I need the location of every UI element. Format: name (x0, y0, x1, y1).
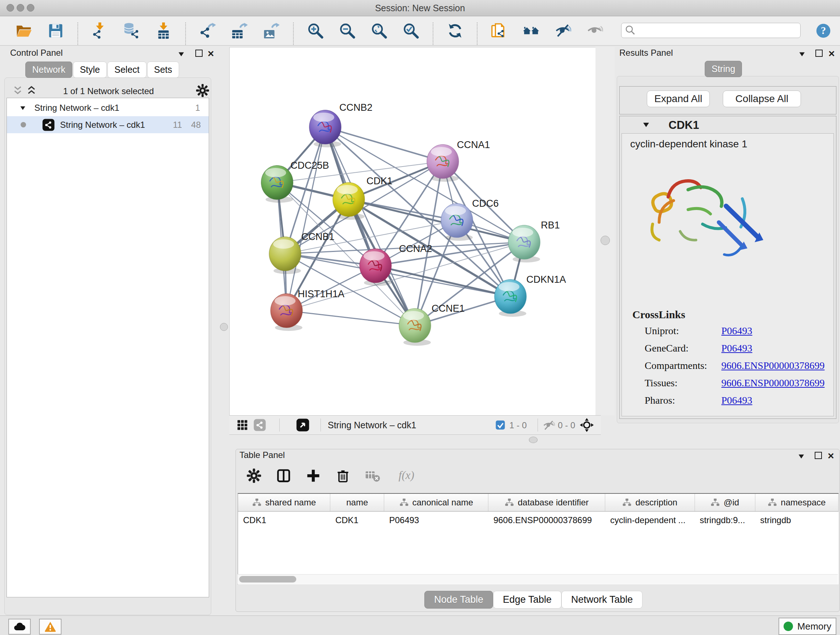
network-node-CCNB1[interactable] (269, 237, 301, 274)
network-collection-row[interactable]: String Network – cdk1 1 (7, 99, 209, 116)
network-node-CDK1[interactable] (333, 182, 365, 220)
table-row[interactable]: CDK1CDK1P064939606.ENSP00000378699cyclin… (238, 511, 838, 529)
delete-column-icon[interactable] (335, 468, 351, 484)
network-options-gear-icon[interactable] (195, 83, 210, 98)
tab-node-table[interactable]: Node Table (424, 591, 493, 608)
table-hscrollbar-thumb[interactable] (239, 576, 296, 583)
tab-style[interactable]: Style (73, 62, 107, 78)
control-panel-menu-icon[interactable] (177, 50, 185, 58)
expand-all-button[interactable]: Expand All (647, 90, 710, 107)
zoom-fit-icon[interactable] (371, 22, 387, 39)
show-all-icon[interactable] (586, 22, 603, 39)
bottom-splitter-handle[interactable] (529, 437, 538, 443)
network-node-RB1[interactable] (508, 225, 540, 263)
network-edge[interactable] (376, 266, 510, 296)
results-panel-float-icon[interactable] (815, 50, 823, 57)
table-cell[interactable]: CDK1 (330, 511, 384, 529)
tab-select[interactable]: Select (107, 62, 146, 78)
column-header-sharedname[interactable]: shared name (238, 494, 330, 511)
table-panel-menu-icon[interactable] (797, 452, 805, 460)
zoom-out-icon[interactable] (339, 22, 355, 39)
column-header-canonicalname[interactable]: canonical name (384, 494, 488, 511)
crosslinks-title: CrossLinks (632, 309, 685, 321)
crosslink-link[interactable]: 9606.ENSP00000378699 (722, 360, 824, 371)
right-splitter[interactable] (595, 47, 615, 415)
table-cell[interactable]: CDK1 (238, 511, 330, 529)
network-node-CCNA2[interactable] (360, 249, 392, 286)
crosslink-link[interactable]: P06493 (722, 342, 752, 354)
table-panel-float-icon[interactable] (815, 452, 822, 459)
column-header-databaseidentifier[interactable]: database identifier (488, 494, 605, 511)
network-node-CCNB2[interactable] (309, 110, 341, 147)
birdseye-view-icon[interactable] (296, 418, 309, 432)
network-node-CDC6[interactable] (441, 203, 473, 241)
crosslink-link[interactable]: P06493 (722, 325, 752, 337)
column-header-id[interactable]: @id (695, 494, 755, 511)
collapse-all-networks-icon[interactable] (11, 85, 24, 97)
network-node-CDC25B[interactable] (261, 165, 293, 203)
first-neighbors-icon[interactable] (523, 22, 539, 39)
gene-collapse-icon[interactable] (642, 120, 651, 129)
table-cell[interactable]: stringdb (755, 511, 838, 529)
fit-selected-icon[interactable] (579, 418, 594, 432)
tab-sets[interactable]: Sets (147, 62, 179, 78)
selected-nodes-checkbox[interactable] (495, 420, 506, 431)
create-column-icon[interactable] (305, 468, 321, 484)
network-edge[interactable] (325, 127, 443, 162)
network-node-CDKN1A[interactable] (494, 279, 526, 317)
warnings-button[interactable] (39, 619, 62, 635)
table-cell[interactable]: 9606.ENSP00000378699 (488, 511, 605, 529)
help-icon[interactable]: ? (815, 23, 831, 39)
control-panel-float-icon[interactable] (195, 50, 202, 57)
table-panel-close-icon[interactable]: × (828, 452, 834, 459)
crosslink-link[interactable]: P06493 (722, 394, 752, 406)
column-header-namespace[interactable]: namespace (755, 494, 838, 511)
export-network-icon[interactable] (199, 22, 216, 39)
open-file-icon[interactable] (16, 22, 32, 39)
cloud-button[interactable] (8, 619, 31, 635)
network-edge[interactable] (286, 310, 415, 325)
results-panel-close-icon[interactable]: × (829, 50, 835, 57)
column-header-description[interactable]: description (605, 494, 695, 511)
column-header-name[interactable]: name (330, 494, 384, 511)
grid-view-icon[interactable] (236, 418, 249, 432)
right-splitter-handle[interactable] (600, 236, 610, 245)
node-label-CCNB2: CCNB2 (339, 102, 373, 113)
import-table-file-icon[interactable] (155, 22, 172, 39)
results-panel-menu-icon[interactable] (798, 50, 806, 58)
network-row[interactable]: String Network – cdk1 11 48 (7, 116, 209, 133)
collection-expand-icon[interactable] (19, 104, 27, 111)
tab-network-table[interactable]: Network Table (561, 591, 643, 608)
refresh-layout-icon[interactable] (447, 22, 463, 39)
table-hscrollbar[interactable] (238, 574, 838, 584)
duplicate-network-icon[interactable] (491, 22, 508, 39)
crosslink-link[interactable]: 9606.ENSP00000378699 (722, 377, 824, 389)
export-table-icon[interactable] (231, 22, 248, 39)
table-cell[interactable]: P06493 (384, 511, 488, 529)
left-splitter-handle[interactable] (220, 323, 228, 331)
import-network-file-icon[interactable] (92, 22, 108, 39)
hide-selected-icon[interactable] (554, 22, 571, 39)
network-node-CCNA1[interactable] (427, 144, 459, 182)
zoom-selected-icon[interactable] (403, 22, 419, 39)
network-canvas[interactable]: CCNB2CCNA1CDC25BCDK1CDC6RB1CCNB1CCNA2CDK… (229, 47, 596, 416)
show-columns-icon[interactable] (276, 468, 292, 484)
tab-edge-table[interactable]: Edge Table (493, 591, 561, 608)
search-input[interactable] (637, 25, 800, 36)
svg-text:?: ? (821, 25, 826, 36)
zoom-in-icon[interactable] (307, 22, 324, 39)
tab-network[interactable]: Network (25, 62, 73, 78)
memory-button[interactable]: Memory (778, 618, 836, 635)
network-node-CCNE1[interactable] (399, 309, 431, 346)
results-tab-string[interactable]: String (705, 61, 742, 77)
collapse-all-button[interactable]: Collapse All (723, 90, 801, 107)
expand-all-networks-icon[interactable] (25, 85, 38, 97)
save-session-icon[interactable] (47, 22, 64, 39)
table-settings-icon[interactable] (246, 468, 262, 484)
table-cell[interactable]: cyclin-dependent ... (605, 511, 695, 529)
import-network-database-icon[interactable] (123, 22, 140, 39)
table-cell[interactable]: stringdb:9... (695, 511, 755, 529)
export-image-icon[interactable] (263, 22, 279, 39)
network-view-title: String Network – cdk1 (328, 420, 416, 431)
control-panel-close-icon[interactable]: × (208, 50, 214, 57)
